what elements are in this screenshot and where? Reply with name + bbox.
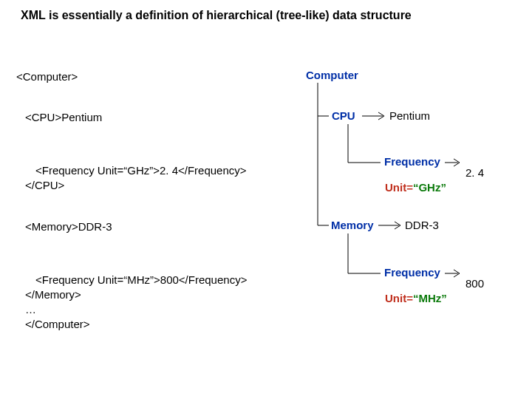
tree-cpu-freq-value: 2. 4 [466, 166, 484, 179]
xml-cpu-close: </CPU> [25, 179, 64, 191]
tree-memory-value: DDR-3 [405, 219, 439, 231]
page-title: XML is essentially a definition of hiera… [21, 9, 412, 22]
tree-cpu-freq-label: Frequency [384, 155, 440, 168]
tree-cpu-freq-attr: Unit=“GHz” [385, 181, 446, 194]
xml-cpu-open: <CPU>Pentium [25, 111, 102, 123]
attr-val-ghz: “GHz” [413, 181, 446, 194]
tree-connectors [0, 0, 532, 399]
xml-computer-open: <Computer> [16, 70, 78, 83]
xml-ellipsis: … [25, 303, 36, 316]
tree-memory-label: Memory [331, 219, 374, 231]
tree-memory-freq-label: Frequency [384, 266, 440, 279]
attr-key-unit: Unit= [385, 181, 413, 194]
xml-memory-open: <Memory>DDR-3 [25, 220, 112, 233]
tree-cpu-label: CPU [332, 109, 355, 122]
tree-memory-freq-attr: Unit=“MHz” [385, 292, 447, 304]
xml-cpu-freq: <Frequency Unit=“GHz”>2. 4</Frequency> [35, 164, 247, 177]
tree-memory-freq-value: 800 [466, 277, 484, 290]
tree-root-label: Computer [306, 69, 358, 81]
attr-key-unit-2: Unit= [385, 292, 413, 304]
xml-memory-freq: <Frequency Unit=“MHz”>800</Frequency> [35, 273, 247, 286]
xml-computer-close: </Computer> [25, 318, 90, 330]
tree-cpu-value: Pentium [389, 109, 430, 122]
xml-memory-close: </Memory> [25, 288, 81, 301]
attr-val-mhz: “MHz” [413, 292, 447, 304]
